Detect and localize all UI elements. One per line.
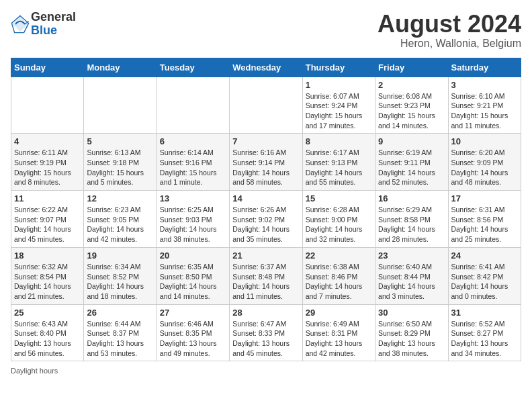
day-info: Sunrise: 6:07 AMSunset: 9:24 PMDaylight:… bbox=[306, 91, 372, 131]
calendar-cell bbox=[11, 77, 84, 134]
weekday-row: SundayMondayTuesdayWednesdayThursdayFrid… bbox=[11, 58, 521, 77]
weekday-header: Sunday bbox=[11, 58, 84, 77]
title-area: August 2024 Heron, Wallonia, Belgium bbox=[378, 11, 521, 50]
day-info: Sunrise: 6:49 AMSunset: 8:31 PMDaylight:… bbox=[306, 319, 372, 359]
calendar-cell: 30Sunrise: 6:50 AMSunset: 8:29 PMDayligh… bbox=[375, 304, 448, 361]
calendar-cell bbox=[84, 77, 157, 134]
day-info: Sunrise: 6:17 AMSunset: 9:13 PMDaylight:… bbox=[306, 148, 372, 187]
calendar-cell: 24Sunrise: 6:41 AMSunset: 8:42 PMDayligh… bbox=[448, 247, 521, 304]
weekday-header: Wednesday bbox=[230, 58, 302, 77]
calendar-cell: 9Sunrise: 6:19 AMSunset: 9:11 PMDaylight… bbox=[375, 134, 448, 191]
day-info: Sunrise: 6:34 AMSunset: 8:52 PMDaylight:… bbox=[87, 262, 153, 302]
calendar-cell bbox=[230, 77, 302, 134]
day-info: Sunrise: 6:25 AMSunset: 9:03 PMDaylight:… bbox=[160, 205, 226, 244]
day-info: Sunrise: 6:43 AMSunset: 8:40 PMDaylight:… bbox=[14, 319, 81, 359]
calendar-week-row: 1Sunrise: 6:07 AMSunset: 9:24 PMDaylight… bbox=[11, 77, 521, 134]
day-number: 5 bbox=[87, 136, 153, 146]
calendar-cell: 8Sunrise: 6:17 AMSunset: 9:13 PMDaylight… bbox=[302, 134, 375, 191]
day-number: 16 bbox=[378, 193, 445, 203]
calendar-cell: 15Sunrise: 6:28 AMSunset: 9:00 PMDayligh… bbox=[302, 191, 375, 248]
day-number: 25 bbox=[14, 308, 81, 318]
day-info: Sunrise: 6:20 AMSunset: 9:09 PMDaylight:… bbox=[451, 148, 518, 187]
calendar-cell: 1Sunrise: 6:07 AMSunset: 9:24 PMDaylight… bbox=[302, 77, 375, 134]
day-info: Sunrise: 6:32 AMSunset: 8:54 PMDaylight:… bbox=[14, 262, 81, 302]
daylight-label: Daylight hours bbox=[11, 367, 58, 375]
day-number: 12 bbox=[87, 193, 153, 203]
day-info: Sunrise: 6:44 AMSunset: 8:37 PMDaylight:… bbox=[87, 319, 153, 359]
day-number: 23 bbox=[378, 250, 445, 261]
day-info: Sunrise: 6:38 AMSunset: 8:46 PMDaylight:… bbox=[306, 262, 372, 302]
calendar-cell: 18Sunrise: 6:32 AMSunset: 8:54 PMDayligh… bbox=[11, 247, 84, 304]
calendar-cell: 29Sunrise: 6:49 AMSunset: 8:31 PMDayligh… bbox=[302, 304, 375, 361]
calendar-cell: 26Sunrise: 6:44 AMSunset: 8:37 PMDayligh… bbox=[84, 304, 157, 361]
day-info: Sunrise: 6:37 AMSunset: 8:48 PMDaylight:… bbox=[232, 262, 299, 302]
weekday-header: Friday bbox=[375, 58, 448, 77]
calendar-header: SundayMondayTuesdayWednesdayThursdayFrid… bbox=[11, 58, 521, 77]
day-number: 9 bbox=[378, 136, 445, 146]
page-subtitle: Heron, Wallonia, Belgium bbox=[378, 38, 521, 50]
day-number: 30 bbox=[378, 308, 445, 318]
day-info: Sunrise: 6:08 AMSunset: 9:23 PMDaylight:… bbox=[378, 91, 445, 131]
calendar-cell: 23Sunrise: 6:40 AMSunset: 8:44 PMDayligh… bbox=[375, 247, 448, 304]
day-number: 19 bbox=[87, 250, 153, 261]
weekday-header: Monday bbox=[84, 58, 157, 77]
calendar-week-row: 25Sunrise: 6:43 AMSunset: 8:40 PMDayligh… bbox=[11, 304, 521, 361]
day-number: 1 bbox=[306, 80, 372, 90]
page-title: August 2024 bbox=[378, 11, 521, 38]
day-info: Sunrise: 6:28 AMSunset: 9:00 PMDaylight:… bbox=[306, 205, 372, 244]
calendar-cell: 5Sunrise: 6:13 AMSunset: 9:18 PMDaylight… bbox=[84, 134, 157, 191]
calendar-cell: 19Sunrise: 6:34 AMSunset: 8:52 PMDayligh… bbox=[84, 247, 157, 304]
day-number: 7 bbox=[232, 136, 299, 146]
calendar-cell: 28Sunrise: 6:47 AMSunset: 8:33 PMDayligh… bbox=[230, 304, 302, 361]
calendar-cell bbox=[157, 77, 229, 134]
day-number: 21 bbox=[232, 250, 299, 261]
day-info: Sunrise: 6:16 AMSunset: 9:14 PMDaylight:… bbox=[232, 148, 299, 187]
day-number: 4 bbox=[14, 136, 81, 146]
day-info: Sunrise: 6:14 AMSunset: 9:16 PMDaylight:… bbox=[160, 148, 226, 187]
calendar-cell: 20Sunrise: 6:35 AMSunset: 8:50 PMDayligh… bbox=[157, 247, 229, 304]
calendar-cell: 12Sunrise: 6:23 AMSunset: 9:05 PMDayligh… bbox=[84, 191, 157, 248]
day-info: Sunrise: 6:50 AMSunset: 8:29 PMDaylight:… bbox=[378, 319, 445, 359]
calendar-cell: 17Sunrise: 6:31 AMSunset: 8:56 PMDayligh… bbox=[448, 191, 521, 248]
day-number: 8 bbox=[306, 136, 372, 146]
calendar-cell: 3Sunrise: 6:10 AMSunset: 9:21 PMDaylight… bbox=[448, 77, 521, 134]
logo: General Blue bbox=[11, 11, 76, 38]
calendar-cell: 11Sunrise: 6:22 AMSunset: 9:07 PMDayligh… bbox=[11, 191, 84, 248]
day-info: Sunrise: 6:29 AMSunset: 8:58 PMDaylight:… bbox=[378, 205, 445, 244]
day-number: 18 bbox=[14, 250, 81, 261]
calendar-cell: 22Sunrise: 6:38 AMSunset: 8:46 PMDayligh… bbox=[302, 247, 375, 304]
page-header: General Blue August 2024 Heron, Wallonia… bbox=[11, 11, 521, 50]
calendar-cell: 7Sunrise: 6:16 AMSunset: 9:14 PMDaylight… bbox=[230, 134, 302, 191]
calendar-table: SundayMondayTuesdayWednesdayThursdayFrid… bbox=[11, 58, 521, 362]
day-info: Sunrise: 6:31 AMSunset: 8:56 PMDaylight:… bbox=[451, 205, 518, 244]
day-info: Sunrise: 6:13 AMSunset: 9:18 PMDaylight:… bbox=[87, 148, 153, 187]
calendar-cell: 27Sunrise: 6:46 AMSunset: 8:35 PMDayligh… bbox=[157, 304, 229, 361]
calendar-body: 1Sunrise: 6:07 AMSunset: 9:24 PMDaylight… bbox=[11, 77, 521, 361]
day-number: 20 bbox=[160, 250, 226, 261]
day-info: Sunrise: 6:23 AMSunset: 9:05 PMDaylight:… bbox=[87, 205, 153, 244]
calendar-cell: 31Sunrise: 6:52 AMSunset: 8:27 PMDayligh… bbox=[448, 304, 521, 361]
day-info: Sunrise: 6:26 AMSunset: 9:02 PMDaylight:… bbox=[232, 205, 299, 244]
calendar-week-row: 4Sunrise: 6:11 AMSunset: 9:19 PMDaylight… bbox=[11, 134, 521, 191]
day-number: 2 bbox=[378, 80, 445, 90]
day-number: 15 bbox=[306, 193, 372, 203]
logo-text: General Blue bbox=[31, 11, 76, 38]
day-number: 26 bbox=[87, 308, 153, 318]
day-info: Sunrise: 6:46 AMSunset: 8:35 PMDaylight:… bbox=[160, 319, 226, 359]
day-number: 14 bbox=[232, 193, 299, 203]
day-info: Sunrise: 6:40 AMSunset: 8:44 PMDaylight:… bbox=[378, 262, 445, 302]
day-number: 28 bbox=[232, 308, 299, 318]
day-number: 10 bbox=[451, 136, 518, 146]
day-number: 22 bbox=[306, 250, 372, 261]
day-info: Sunrise: 6:41 AMSunset: 8:42 PMDaylight:… bbox=[451, 262, 518, 302]
day-info: Sunrise: 6:19 AMSunset: 9:11 PMDaylight:… bbox=[378, 148, 445, 187]
day-info: Sunrise: 6:22 AMSunset: 9:07 PMDaylight:… bbox=[14, 205, 81, 244]
calendar-week-row: 11Sunrise: 6:22 AMSunset: 9:07 PMDayligh… bbox=[11, 191, 521, 248]
calendar-cell: 21Sunrise: 6:37 AMSunset: 8:48 PMDayligh… bbox=[230, 247, 302, 304]
day-info: Sunrise: 6:10 AMSunset: 9:21 PMDaylight:… bbox=[451, 91, 518, 131]
day-info: Sunrise: 6:47 AMSunset: 8:33 PMDaylight:… bbox=[232, 319, 299, 359]
day-number: 29 bbox=[306, 308, 372, 318]
logo-icon bbox=[11, 15, 30, 34]
weekday-header: Tuesday bbox=[157, 58, 229, 77]
calendar-cell: 2Sunrise: 6:08 AMSunset: 9:23 PMDaylight… bbox=[375, 77, 448, 134]
